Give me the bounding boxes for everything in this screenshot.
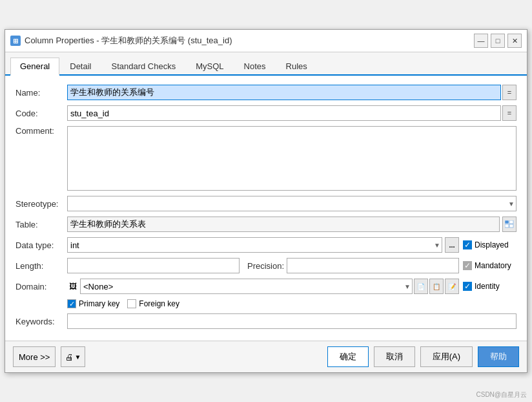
more-button[interactable]: More >> <box>13 346 56 367</box>
tab-bar: General Detail Standard Checks MySQL Not… <box>5 52 527 76</box>
displayed-checkbox[interactable]: ✓ <box>463 240 472 249</box>
keywords-label: Keywords: <box>15 317 67 326</box>
right-checkboxes: ✓ Displayed <box>463 240 517 249</box>
code-eq-button[interactable]: = <box>502 105 517 121</box>
identity-checkbox[interactable]: ✓ <box>463 282 472 291</box>
tab-detail[interactable]: Detail <box>60 58 101 76</box>
length-precision-row: Length: Precision: ✓ Mandatory <box>15 258 517 273</box>
displayed-check-item: ✓ Displayed <box>463 240 517 249</box>
domain-select-group: 🖼 <None> ▼ 📄 📋 📝 <box>67 279 459 294</box>
confirm-button[interactable]: 确定 <box>327 346 369 367</box>
watermark: CSDN@自星月云 <box>476 390 527 399</box>
stereotype-row: Stereotype: ▼ <box>15 196 517 211</box>
app-icon: ⊞ <box>10 36 21 46</box>
pk-fk-row: ✓ Primary key Foreign key <box>67 299 517 308</box>
domain-select-wrapper: <None> ▼ <box>80 279 413 294</box>
table-label: Table: <box>15 220 67 229</box>
print-dropdown-arrow: ▼ <box>74 354 81 361</box>
datatype-row: Data type: int ▼ ... ✓ Displayed <box>15 237 517 253</box>
domain-btn3[interactable]: 📝 <box>445 279 459 294</box>
identity-check-item: ✓ Identity <box>463 282 517 291</box>
datatype-select[interactable]: int <box>67 237 442 253</box>
more-label: More >> <box>19 352 50 362</box>
content-area: Name: = Code: = Comment: Stereotype: ▼ <box>5 76 527 341</box>
displayed-label: Displayed <box>475 240 517 249</box>
cancel-button[interactable]: 取消 <box>374 346 415 367</box>
identity-check-container: ✓ Identity <box>463 282 517 291</box>
help-button[interactable]: 帮助 <box>478 346 519 367</box>
comment-row: Comment: <box>15 126 517 191</box>
primary-key-checkbox[interactable]: ✓ <box>67 299 76 308</box>
tab-mysql[interactable]: MySQL <box>186 58 233 76</box>
footer: More >> 🖨 ▼ 确定 取消 应用(A) 帮助 <box>5 341 527 372</box>
foreign-key-checkbox[interactable] <box>127 299 136 308</box>
name-label: Name: <box>15 88 67 98</box>
main-window: ⊞ Column Properties - 学生和教师的关系编号 (stu_te… <box>5 29 527 373</box>
length-input[interactable] <box>67 258 240 273</box>
tab-standard-checks[interactable]: Standard Checks <box>102 58 186 76</box>
minimize-button[interactable]: — <box>474 34 488 48</box>
domain-select[interactable]: <None> <box>80 279 413 294</box>
mandatory-check-container: ✓ Mandatory <box>463 261 517 270</box>
svg-rect-1 <box>509 220 513 224</box>
datatype-dots-button[interactable]: ... <box>445 237 459 253</box>
domain-label: Domain: <box>15 282 67 291</box>
name-input[interactable] <box>67 85 501 100</box>
tab-notes[interactable]: Notes <box>234 58 276 76</box>
length-label: Length: <box>15 261 67 271</box>
table-input <box>67 217 500 232</box>
window-title: Column Properties - 学生和教师的关系编号 (stu_tea_… <box>25 35 232 47</box>
mandatory-check-item: ✓ Mandatory <box>463 261 517 270</box>
titlebar: ⊞ Column Properties - 学生和教师的关系编号 (stu_te… <box>5 30 527 52</box>
apply-button[interactable]: 应用(A) <box>420 346 473 367</box>
name-eq-button[interactable]: = <box>502 85 517 100</box>
grid-icon <box>505 220 514 228</box>
domain-btn2[interactable]: 📋 <box>429 279 444 294</box>
comment-label: Comment: <box>15 126 67 136</box>
precision-label: Precision: <box>247 261 284 271</box>
identity-label: Identity <box>475 282 517 291</box>
mandatory-label: Mandatory <box>475 261 517 270</box>
close-button[interactable]: ✕ <box>507 34 522 48</box>
keywords-row: Keywords: <box>15 313 517 329</box>
len-prec-controls: Precision: <box>67 258 459 273</box>
print-icon: 🖨 <box>65 352 74 362</box>
stereotype-label: Stereotype: <box>15 199 67 209</box>
precision-input[interactable] <box>287 258 459 273</box>
tab-general[interactable]: General <box>10 58 59 76</box>
table-row: Table: <box>15 217 517 232</box>
stereotype-select-wrapper: ▼ <box>67 196 517 211</box>
domain-row: Domain: 🖼 <None> ▼ 📄 📋 📝 <box>15 279 517 294</box>
svg-rect-3 <box>509 224 513 227</box>
datatype-label: Data type: <box>15 240 67 250</box>
comment-textarea[interactable] <box>67 126 517 191</box>
print-button[interactable]: 🖨 ▼ <box>61 346 85 367</box>
keywords-input[interactable] <box>67 313 517 329</box>
stereotype-select[interactable] <box>67 196 517 211</box>
table-content <box>67 217 517 232</box>
code-input[interactable] <box>67 105 501 121</box>
foreign-key-item: Foreign key <box>127 299 179 308</box>
tab-rules[interactable]: Rules <box>276 58 317 76</box>
primary-key-label: Primary key <box>79 299 119 308</box>
domain-controls: 🖼 <None> ▼ 📄 📋 📝 <box>67 279 459 294</box>
svg-rect-2 <box>505 224 509 227</box>
datatype-controls: int ▼ ... <box>67 237 459 253</box>
domain-icon: 🖼 <box>67 280 79 292</box>
datatype-select-wrapper: int ▼ <box>67 237 442 253</box>
primary-key-item: ✓ Primary key <box>67 299 119 308</box>
foreign-key-label: Foreign key <box>139 299 179 308</box>
titlebar-left: ⊞ Column Properties - 学生和教师的关系编号 (stu_te… <box>10 35 232 47</box>
code-row: Code: = <box>15 105 517 121</box>
name-row: Name: = <box>15 85 517 100</box>
titlebar-controls: — □ ✕ <box>474 34 522 48</box>
mandatory-checkbox[interactable]: ✓ <box>463 261 472 270</box>
svg-rect-0 <box>505 220 509 224</box>
table-browse-button[interactable] <box>502 217 517 232</box>
code-label: Code: <box>15 109 67 118</box>
maximize-button[interactable]: □ <box>491 34 505 48</box>
domain-btn1[interactable]: 📄 <box>414 279 428 294</box>
